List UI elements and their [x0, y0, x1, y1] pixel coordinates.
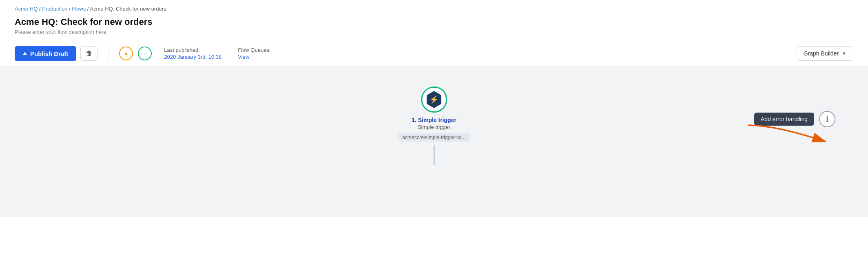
flow-queues-link[interactable]: View [238, 54, 270, 60]
publish-draft-button[interactable]: Publish Draft [15, 46, 76, 61]
canvas-area: ⚡ 1. Simple trigger Simple trigger acmec… [0, 66, 868, 217]
chevron-down-icon: ▼ [842, 51, 846, 56]
flow-queues-info: Flow Queues: View [238, 47, 270, 60]
breadcrumb-sep-2: / [69, 6, 71, 12]
toolbar-right: Graph Builder ▼ [797, 46, 853, 61]
breadcrumb-flows[interactable]: Flows [72, 6, 86, 12]
last-published-value: 2020 January 3rd, 10:38 [164, 54, 221, 60]
error-handling-button[interactable]: ℹ [819, 111, 835, 127]
toolbar-left: Publish Draft 🗑 ● ○ Last published: 2020… [15, 45, 270, 62]
graph-builder-label: Graph Builder [804, 50, 839, 57]
breadcrumb-production[interactable]: Production [42, 6, 67, 12]
node-icon-wrapper: ⚡ [421, 86, 447, 113]
node-title: 1. Simple trigger [412, 117, 456, 123]
breadcrumb: Acme HQ / Production / Flows / Acme HQ: … [0, 0, 868, 15]
publish-label: Publish Draft [30, 50, 68, 57]
page-description: Please enter your flow description here. [15, 29, 853, 35]
error-handling-area: Add error handling ℹ [754, 111, 835, 127]
delete-button[interactable]: 🗑 [80, 46, 97, 61]
toolbar: Publish Draft 🗑 ● ○ Last published: 2020… [0, 41, 868, 66]
error-handling-tooltip: Add error handling [754, 113, 814, 126]
status-green: ○ [138, 47, 152, 60]
node-hexagon-icon: ⚡ [425, 91, 443, 108]
node-connector [434, 145, 434, 165]
breadcrumb-sep-3: / [87, 6, 89, 12]
green-dot-icon: ○ [143, 50, 146, 57]
status-indicators: ● ○ [119, 47, 152, 60]
page-title: Acme HQ: Check for new orders [15, 17, 853, 27]
last-published-info: Last published: 2020 January 3rd, 10:38 [164, 47, 221, 60]
info-icon: ℹ [826, 115, 829, 124]
bolt-icon: ⚡ [430, 95, 438, 104]
breadcrumb-acme-hq[interactable]: Acme HQ [15, 6, 38, 12]
graph-builder-button[interactable]: Graph Builder ▼ [797, 46, 853, 61]
orange-dot-icon: ● [124, 50, 128, 57]
flow-queues-label: Flow Queues: [238, 47, 270, 53]
breadcrumb-current: Acme HQ: Check for new orders [90, 6, 166, 12]
last-published-label: Last published: [164, 47, 221, 53]
upload-icon [23, 52, 27, 55]
node-badge: acmecore/simple-trigger-co... [398, 133, 469, 142]
status-orange: ● [119, 47, 133, 60]
toolbar-divider [108, 45, 108, 62]
page-header: Acme HQ: Check for new orders Please ent… [0, 15, 868, 41]
node-subtitle: Simple trigger [418, 124, 450, 130]
trash-icon: 🗑 [86, 50, 92, 57]
flow-node-trigger[interactable]: ⚡ 1. Simple trigger Simple trigger acmec… [398, 86, 469, 165]
breadcrumb-sep-1: / [39, 6, 41, 12]
